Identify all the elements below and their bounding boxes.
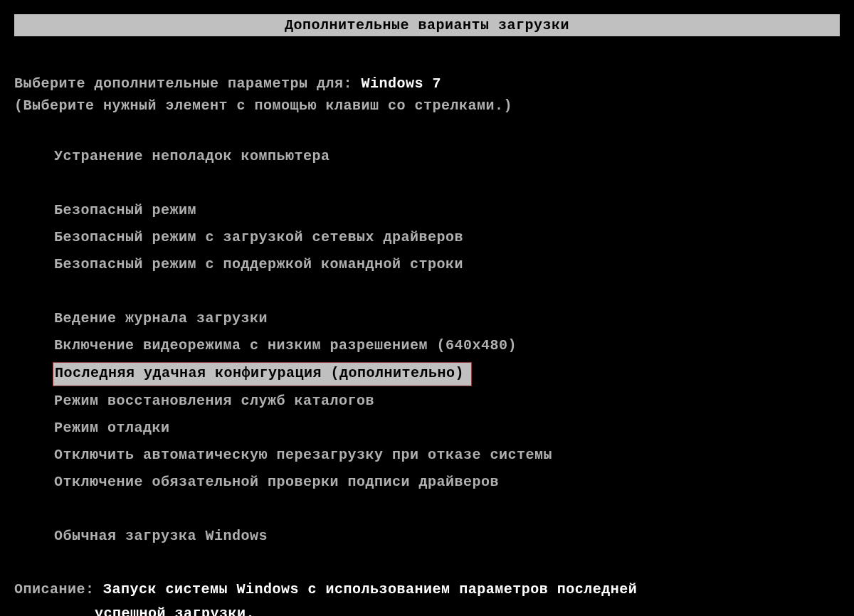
menu-item-repair[interactable]: Устранение неполадок компьютера [54,146,840,173]
menu-spacer [54,281,840,308]
menu-item-start-normally[interactable]: Обычная загрузка Windows [54,526,840,553]
description-text-line1: Запуск системы Windows с использованием … [103,581,637,598]
description-block: Описание: Запуск системы Windows с испол… [14,578,840,616]
hint-line: (Выберите нужный элемент с помощью клави… [14,97,840,114]
description-text-line2: успешной загрузки. [95,602,840,616]
prompt-prefix: Выберите дополнительные параметры для: [14,75,352,92]
menu-item-dsrm[interactable]: Режим восстановления служб каталогов [54,391,840,418]
menu-item-disable-driver-sig[interactable]: Отключение обязательной проверки подписи… [54,472,840,499]
menu-item-safemode-networking[interactable]: Безопасный режим с загрузкой сетевых дра… [54,227,840,254]
hint-text: (Выберите нужный элемент с помощью клави… [14,97,512,114]
description-label: Описание: [14,581,95,598]
menu-item-debug[interactable]: Режим отладки [54,418,840,445]
menu-item-lowres[interactable]: Включение видеорежима с низким разрешени… [54,335,840,362]
menu-item-safemode[interactable]: Безопасный режим [54,200,840,227]
menu-item-disable-auto-restart[interactable]: Отключить автоматическую перезагрузку пр… [54,445,840,472]
title-bar: Дополнительные варианты загрузки [14,14,840,36]
menu-item-bootlog[interactable]: Ведение журнала загрузки [54,308,840,335]
menu-item-last-known-good[interactable]: Последняя удачная конфигурация (дополнит… [53,362,472,386]
menu-spacer [54,499,840,526]
menu-spacer [54,173,840,200]
boot-options-menu: Устранение неполадок компьютера Безопасн… [54,146,840,553]
os-name: Windows 7 [362,75,442,92]
title-text: Дополнительные варианты загрузки [285,17,569,33]
prompt-line: Выберите дополнительные параметры для: W… [14,75,840,92]
menu-item-safemode-cmd[interactable]: Безопасный режим с поддержкой командной … [54,254,840,281]
